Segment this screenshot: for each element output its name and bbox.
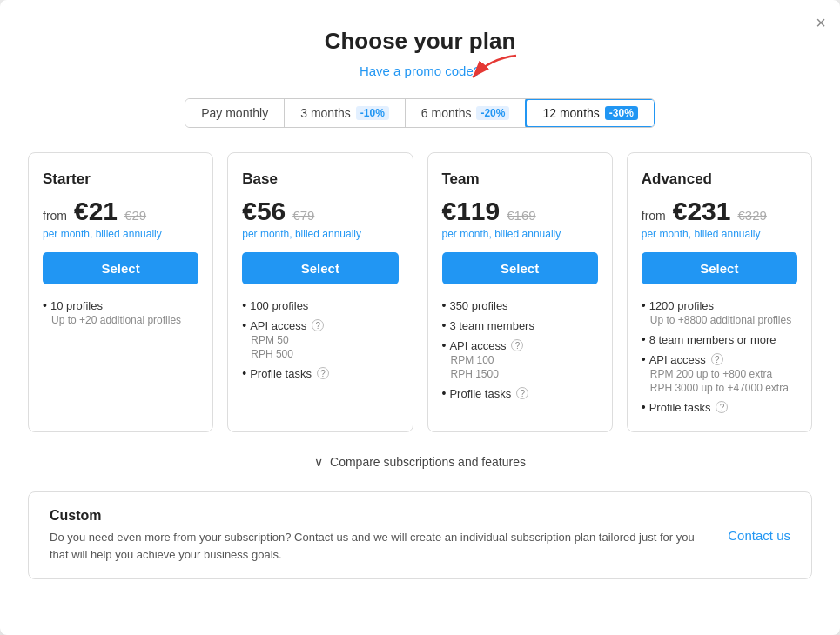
plan-starter-name: Starter	[43, 170, 198, 188]
select-button-team[interactable]: Select	[442, 252, 598, 284]
plan-base-name: Base	[242, 170, 398, 188]
select-button-starter[interactable]: Select	[43, 252, 198, 284]
plans-grid: Starter from €21 €29 per month, billed a…	[28, 152, 812, 432]
plan-starter-features: 10 profiles Up to +20 additional profile…	[43, 298, 198, 326]
plan-base-price: €56	[242, 197, 286, 226]
feature-advanced-profiles: 1200 profiles Up to +8800 additional pro…	[642, 298, 797, 326]
help-icon-tasks-advanced[interactable]: ?	[716, 401, 728, 413]
plan-advanced-name: Advanced	[642, 170, 797, 188]
plan-team-billing: per month, billed annually	[442, 228, 598, 240]
plan-starter-old-price: €29	[124, 208, 146, 223]
plan-base-billing: per month, billed annually	[242, 228, 398, 240]
discount-badge-3m: -10%	[356, 106, 389, 120]
promo-link-wrapper: Have a promo code?	[28, 64, 812, 79]
plan-base-price-row: €56 €79	[242, 197, 398, 226]
plan-starter-price-row: from €21 €29	[43, 197, 198, 226]
feature-base-profiles: 100 profiles	[242, 298, 398, 312]
help-icon-tasks-base[interactable]: ?	[317, 367, 329, 379]
feature-team-tasks: Profile tasks ?	[442, 386, 598, 400]
help-icon-api-team[interactable]: ?	[511, 339, 523, 351]
plan-team-old-price: €169	[507, 208, 535, 223]
select-button-base[interactable]: Select	[242, 252, 398, 284]
feature-team-api: API access ? RPM 100 RPH 1500	[442, 338, 598, 380]
custom-section: Custom Do you need even more from your s…	[28, 491, 812, 579]
billing-tabs: Pay monthly 3 months -10% 6 months -20% …	[185, 98, 655, 128]
plan-advanced-billing: per month, billed annually	[642, 228, 797, 240]
plan-advanced-features: 1200 profiles Up to +8800 additional pro…	[642, 298, 797, 414]
plan-team-price-row: €119 €169	[442, 197, 598, 226]
feature-team-profiles: 350 profiles	[442, 298, 598, 312]
plan-team-price: €119	[442, 197, 501, 226]
custom-description: Do you need even more from your subscrip…	[50, 529, 714, 563]
compare-label: Compare subscriptions and features	[330, 455, 526, 469]
plan-starter-price: €21	[74, 197, 118, 226]
tab-12months[interactable]: 12 months -30%	[525, 98, 655, 128]
plan-advanced-price-row: from €231 €329	[642, 197, 797, 226]
tab-6months[interactable]: 6 months -20%	[406, 99, 527, 127]
feature-base-tasks: Profile tasks ?	[242, 366, 398, 380]
tab-3months[interactable]: 3 months -10%	[285, 99, 406, 127]
contact-us-button[interactable]: Contact us	[728, 528, 790, 543]
modal-title: Choose your plan	[28, 28, 812, 55]
plan-base-features: 100 profiles API access ? RPM 50 RPH 500…	[242, 298, 398, 380]
close-button[interactable]: ×	[816, 14, 826, 31]
promo-arrow-icon	[464, 51, 525, 86]
modal-container: × Choose your plan Have a promo code? Pa…	[0, 0, 840, 635]
feature-starter-profiles: 10 profiles Up to +20 additional profile…	[43, 298, 198, 326]
plan-advanced-prefix: from	[642, 209, 666, 223]
discount-badge-12m: -30%	[605, 106, 638, 120]
plan-team-features: 350 profiles 3 team members API access ?…	[442, 298, 598, 400]
help-icon-api-base[interactable]: ?	[312, 319, 324, 331]
plan-starter: Starter from €21 €29 per month, billed a…	[28, 152, 213, 432]
feature-advanced-api: API access ? RPM 200 up to +800 extra RP…	[642, 352, 797, 394]
plan-starter-prefix: from	[43, 209, 67, 223]
discount-badge-6m: -20%	[476, 106, 509, 120]
promo-link[interactable]: Have a promo code?	[360, 64, 480, 78]
plan-team: Team €119 €169 per month, billed annuall…	[427, 152, 613, 432]
custom-text-block: Custom Do you need even more from your s…	[50, 508, 714, 563]
plan-base: Base €56 €79 per month, billed annually …	[227, 152, 413, 432]
plan-starter-billing: per month, billed annually	[43, 228, 198, 240]
plan-advanced-old-price: €329	[738, 208, 767, 223]
help-icon-api-advanced[interactable]: ?	[711, 353, 723, 365]
feature-base-api: API access ? RPM 50 RPH 500	[242, 318, 398, 360]
tab-monthly[interactable]: Pay monthly	[185, 99, 285, 127]
help-icon-tasks-team[interactable]: ?	[516, 387, 528, 399]
plan-base-old-price: €79	[292, 208, 314, 223]
feature-advanced-members: 8 team members or more	[642, 332, 797, 346]
plan-advanced: Advanced from €231 €329 per month, bille…	[627, 152, 812, 432]
custom-title: Custom	[50, 508, 714, 524]
plan-team-name: Team	[442, 170, 598, 188]
feature-advanced-tasks: Profile tasks ?	[642, 400, 797, 414]
compare-subscriptions-row[interactable]: ∨ Compare subscriptions and features	[28, 450, 812, 474]
plan-advanced-price: €231	[673, 197, 731, 226]
chevron-down-icon: ∨	[314, 455, 323, 469]
select-button-advanced[interactable]: Select	[642, 252, 797, 284]
feature-team-members: 3 team members	[442, 318, 598, 332]
